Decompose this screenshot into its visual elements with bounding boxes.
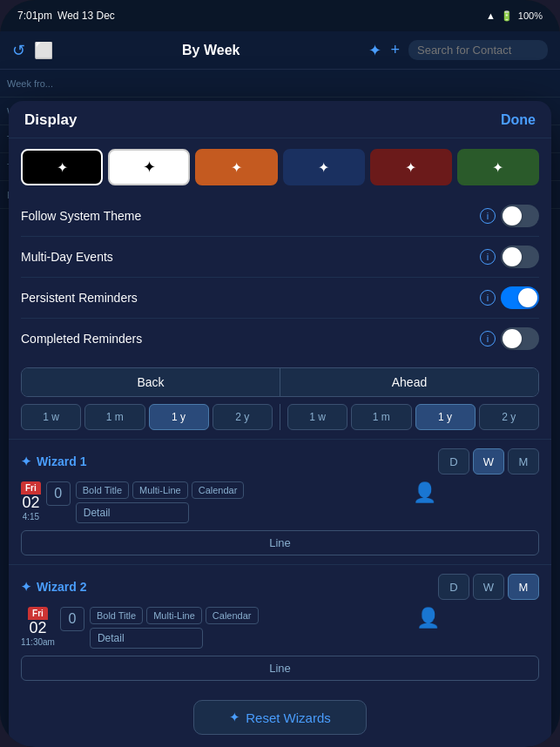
wizard-1-day-label: Fri — [21, 481, 41, 495]
theme-white-button[interactable]: ✦ — [108, 149, 190, 185]
status-bar-left: 7:01pm Wed 13 Dec — [17, 10, 115, 22]
toggle-right-2: i — [480, 246, 539, 268]
wizard-1-w-button[interactable]: W — [473, 448, 504, 474]
wizard-1-preview: Fri 02 4:15 0 Bold Title Multi-Line Cale… — [21, 481, 539, 523]
reset-icon: ✦ — [229, 710, 240, 725]
toggle-right-4: i — [480, 327, 539, 350]
wizard-2-tag-bold[interactable]: Bold Title — [90, 607, 143, 624]
toolbar-right: ✦ + — [368, 40, 548, 60]
wizard-2-label: Wizard 2 — [37, 580, 86, 594]
theme-blue-icon: ✦ — [318, 159, 329, 176]
status-date: Wed 13 Dec — [57, 10, 115, 22]
wizard-2-count[interactable]: 0 — [60, 607, 84, 631]
wizard-2-tags: Bold Title Multi-Line Calendar — [90, 607, 312, 624]
wizard-1-d-button[interactable]: D — [438, 448, 469, 474]
toggle-row-left-1: Follow System Theme — [21, 209, 141, 223]
ahead-1y-button[interactable]: 1 y — [415, 404, 476, 430]
wizard-2-day-num: 02 — [29, 620, 46, 636]
toggle-switch-1[interactable] — [501, 205, 539, 227]
wizard-2-detail[interactable]: Detail — [90, 628, 203, 649]
wizard-1-section: ✦ Wizard 1 D W M Fri 02 4:15 0 — [9, 440, 551, 565]
wizard-1-tags: Bold Title Multi-Line Calendar — [76, 481, 305, 499]
theme-orange-icon: ✦ — [231, 159, 242, 176]
time-buttons-row: 1 w 1 m 1 y 2 y 1 w 1 m 1 y 2 y — [21, 404, 539, 430]
toggle-section: Follow System Theme i Multi-Day Events i — [9, 196, 551, 359]
wizard-1-content: Bold Title Multi-Line Calendar Detail — [76, 481, 305, 523]
toggle-switch-2[interactable] — [501, 246, 539, 268]
back-icon[interactable]: ↺ — [12, 41, 25, 60]
wizard-2-d-button[interactable]: D — [438, 574, 469, 600]
back-2y-button[interactable]: 2 y — [213, 404, 273, 430]
status-bar: 7:01pm Wed 13 Dec ▲ 🔋 100% — [0, 0, 560, 31]
ahead-2y-button[interactable]: 2 y — [479, 404, 539, 430]
back-ahead-section: Back Ahead 1 w 1 m 1 y 2 y 1 w 1 m 1 y — [9, 359, 551, 440]
reset-section: ✦ Reset Wizards — [9, 690, 551, 747]
wizard-2-tag-calendar[interactable]: Calendar — [206, 607, 259, 624]
wizard-1-line: Line — [21, 530, 539, 555]
info-icon-1[interactable]: i — [480, 208, 496, 224]
wizard-2-contact-icon[interactable]: 👤 — [317, 607, 539, 629]
wizard-2-w-button[interactable]: W — [473, 574, 504, 600]
nav-icon[interactable]: ⬜ — [34, 41, 53, 60]
done-button[interactable]: Done — [501, 112, 536, 128]
toggle-row-left-3: Persistent Reminders — [21, 291, 138, 305]
wizard-1-count[interactable]: 0 — [46, 481, 71, 506]
modal-title: Display — [24, 111, 77, 129]
info-icon-3[interactable]: i — [480, 290, 496, 306]
back-1y-button[interactable]: 1 y — [149, 404, 209, 430]
wizard-2-title: ✦ Wizard 2 — [21, 580, 86, 594]
back-1m-button[interactable]: 1 m — [84, 404, 145, 430]
wizard-1-tag-bold[interactable]: Bold Title — [76, 481, 129, 499]
reset-wizards-button[interactable]: ✦ Reset Wizards — [193, 700, 367, 735]
wizard-1-contact-icon[interactable]: 👤 — [310, 481, 539, 504]
toggle-row-persistent: Persistent Reminders i — [21, 278, 539, 319]
wizard-2-icon: ✦ — [21, 580, 31, 594]
search-input[interactable] — [408, 40, 548, 60]
theme-orange-button[interactable]: ✦ — [195, 149, 277, 185]
theme-darkred-button[interactable]: ✦ — [370, 149, 452, 185]
toggle-row-left-2: Multi-Day Events — [21, 250, 113, 264]
wizard-2-line: Line — [21, 656, 539, 681]
toggle-switch-4[interactable] — [501, 327, 539, 350]
ahead-1w-button[interactable]: 1 w — [287, 404, 347, 430]
theme-black-button[interactable]: ✦ — [21, 149, 103, 185]
toggle-label-3: Persistent Reminders — [21, 291, 138, 305]
info-icon-2[interactable]: i — [480, 249, 496, 265]
wifi-icon: ▲ — [486, 10, 496, 21]
ahead-1m-button[interactable]: 1 m — [351, 404, 411, 430]
wizard-1-tag-calendar[interactable]: Calendar — [192, 481, 245, 499]
add-icon[interactable]: + — [390, 41, 400, 59]
wizard-1-m-button[interactable]: M — [508, 448, 539, 474]
theme-blue-button[interactable]: ✦ — [283, 149, 365, 185]
cal-row-1: Week fro... — [0, 70, 560, 98]
toolbar-title: By Week — [182, 43, 240, 58]
wizard-1-title: ✦ Wizard 1 — [21, 454, 86, 468]
toolbar: ↺ ⬜ By Week ✦ + — [0, 31, 560, 70]
wizard-1-tag-multiline[interactable]: Multi-Line — [132, 481, 188, 499]
wizard-2-date-col: Fri 02 11:30am — [21, 607, 55, 647]
toggle-label-1: Follow System Theme — [21, 209, 141, 223]
magic-icon[interactable]: ✦ — [368, 41, 381, 60]
battery-icon: 🔋 — [501, 10, 513, 22]
time-divider — [280, 404, 280, 430]
toggle-label-2: Multi-Day Events — [21, 250, 113, 264]
back-1w-button[interactable]: 1 w — [21, 404, 81, 430]
theme-green-button[interactable]: ✦ — [457, 149, 539, 185]
info-icon-4[interactable]: i — [480, 331, 496, 347]
wizard-1-detail[interactable]: Detail — [76, 502, 189, 523]
toggle-row-multiday: Multi-Day Events i — [21, 237, 539, 278]
wizard-2-header: ✦ Wizard 2 D W M — [21, 574, 539, 600]
wizard-1-day-num: 02 — [22, 495, 39, 510]
toggle-switch-3[interactable] — [501, 286, 539, 309]
wizard-2-tag-multiline[interactable]: Multi-Line — [146, 607, 202, 624]
wizard-2-time: 11:30am — [21, 637, 55, 647]
wizard-2-section: ✦ Wizard 2 D W M Fri 02 11:30am 0 — [9, 565, 551, 690]
wizard-2-content: Bold Title Multi-Line Calendar Detail — [90, 607, 312, 649]
wizard-1-label: Wizard 1 — [37, 454, 86, 468]
theme-buttons-row: ✦ ✦ ✦ ✦ ✦ ✦ — [9, 138, 551, 196]
back-label: Back — [22, 368, 280, 396]
status-time: 7:01pm — [17, 10, 52, 22]
reset-label: Reset Wizards — [246, 710, 331, 725]
theme-darkred-icon: ✦ — [405, 159, 416, 176]
wizard-2-m-button[interactable]: M — [508, 574, 539, 600]
